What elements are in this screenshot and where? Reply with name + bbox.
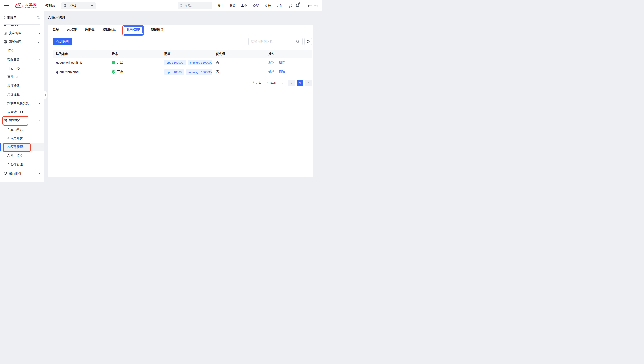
chevron-down-icon <box>38 32 41 34</box>
sidebar-item-log-center[interactable]: 日志中心 <box>0 64 44 72</box>
status-text: 开启 <box>117 70 123 74</box>
sidebar-item-label: 指标告警 <box>8 58 20 62</box>
nav-item-billing[interactable]: 费用 <box>218 4 224 8</box>
cpu-quota-chip: cpu : 10000 <box>164 69 184 75</box>
priority-cell: 高 <box>212 70 265 74</box>
global-search-input[interactable]: 搜索... <box>178 2 212 9</box>
sidebar-item-label: 控制面规格变更 <box>8 101 29 105</box>
sidebar-item-ai-app-monitoring[interactable]: AI应用监控 <box>0 152 44 160</box>
tab-overview[interactable]: 总览 <box>53 28 59 32</box>
queue-search-button[interactable] <box>293 38 303 45</box>
col-queue-name: 队列名称 <box>53 52 108 56</box>
sidebar-item-cluster-inspection[interactable]: 集群巡检 <box>0 90 44 99</box>
security-icon <box>4 32 7 35</box>
sidebar-item-hybrid-deploy[interactable]: 混合部署 <box>0 169 44 178</box>
delete-link[interactable]: 删除 <box>279 60 285 64</box>
table-row: queue-without-limit 开启 cpu : 100000 memo… <box>53 58 312 68</box>
queue-search-input[interactable] <box>248 38 293 45</box>
sidebar-item-event-center[interactable]: 事件中心 <box>0 72 44 82</box>
brand-subtitle: State Cloud <box>25 7 37 9</box>
next-page-button[interactable] <box>305 80 312 86</box>
topbar: 天翼云 State Cloud 控制台 华东1 搜索... 费用 资源 工单 <box>0 0 322 12</box>
topbar-nav: 费用 资源 工单 备案 支持 合作 <box>218 4 283 8</box>
create-queue-button[interactable]: 创建队列 <box>53 38 72 45</box>
sidebar-item-monitoring[interactable]: 监控 <box>0 46 44 55</box>
sidebar-search-icon[interactable] <box>37 16 40 19</box>
console-label[interactable]: 控制台 <box>45 4 55 8</box>
sidebar-item-label: AI应用管理 <box>8 145 23 149</box>
tab-ai-framework[interactable]: AI框架 <box>67 28 77 32</box>
sidebar-item-ai-suite-mgmt[interactable]: AI套件管理 <box>0 160 44 169</box>
check-icon <box>112 70 115 74</box>
quota-cell: cpu : 10000 memory : 10000Gi <box>161 69 212 75</box>
sidebar-item-label: 监控 <box>8 49 14 53</box>
sidebar-item-control-plane-spec[interactable]: 控制面规格变更 <box>0 99 44 108</box>
search-icon <box>180 4 183 7</box>
nav-item-resources[interactable]: 资源 <box>229 4 236 8</box>
tab-model-artifacts[interactable]: 模型制品 <box>103 28 116 32</box>
sidebar-item-security[interactable]: 安全管理 <box>0 29 44 38</box>
refresh-button[interactable] <box>304 38 312 45</box>
chevron-down-icon <box>91 5 93 6</box>
sidebar-back-button[interactable]: 主菜单 <box>4 16 17 20</box>
search-icon <box>296 40 299 43</box>
sidebar-item-ai-app-dev[interactable]: AI应用开发 <box>0 134 44 142</box>
nav-item-tickets[interactable]: 工单 <box>241 4 247 8</box>
tab-queue-mgmt[interactable]: 队列管理 <box>124 26 143 34</box>
sidebar: 主菜单 安全管理 运维管理 监控 指标告警 日志中心 <box>0 12 44 182</box>
sidebar-item-label: AI应用开发 <box>8 136 23 140</box>
nav-item-filing[interactable]: 备案 <box>253 4 259 8</box>
priority-cell: 高 <box>212 60 265 64</box>
status-badge: 开启 <box>112 70 123 74</box>
ops-icon <box>4 40 7 44</box>
nav-item-cooperation[interactable]: 合作 <box>277 4 283 8</box>
sidebar-item-label: 运维管理 <box>9 40 21 44</box>
edit-link[interactable]: 编辑 <box>268 70 275 74</box>
sidebar-item-label: AI套件管理 <box>8 162 23 166</box>
tab-smart-gateway[interactable]: 智能网关 <box>151 28 164 32</box>
sidebar-item-label: AI应用监控 <box>8 154 23 158</box>
prev-page-button[interactable] <box>288 80 295 86</box>
pagination: 共 2 条 10条/页 1 <box>53 80 312 86</box>
sidebar-item-ai-app-list[interactable]: AI应用列表 <box>0 125 44 134</box>
chevron-down-icon <box>38 172 41 174</box>
edit-link[interactable]: 编辑 <box>268 60 275 64</box>
quota-cell: cpu : 100000 memory : 100000G <box>161 60 212 66</box>
sidebar-item-label: 云审计 <box>8 110 17 114</box>
bell-icon[interactable] <box>295 3 300 8</box>
tab-dataset[interactable]: 数据集 <box>85 28 95 32</box>
username[interactable]: z*******n <box>308 4 318 7</box>
topbar-divider <box>304 3 304 8</box>
sidebar-item-ai-app-mgmt[interactable]: AI应用管理 <box>0 142 44 152</box>
sidebar-item-fault-diagnosis[interactable]: 故障诊断 <box>0 82 44 90</box>
memory-quota-chip: memory : 100000G <box>187 60 212 66</box>
notification-badge <box>298 2 300 4</box>
chevron-down-icon <box>38 59 41 60</box>
table-header: 队列名称 状态 配额 优先级 操作 <box>53 50 312 58</box>
refresh-icon <box>306 40 310 43</box>
hamburger-menu-icon[interactable] <box>5 4 9 8</box>
sidebar-item-label: AI应用列表 <box>8 128 23 132</box>
brand-logo[interactable]: 天翼云 State Cloud <box>15 2 37 9</box>
sidebar-collapse-handle[interactable] <box>44 90 47 99</box>
col-priority: 优先级 <box>212 52 265 56</box>
sidebar-item-ops[interactable]: 运维管理 <box>0 38 44 46</box>
page-size-value: 10条/页 <box>267 81 277 85</box>
ai-suite-icon <box>4 119 7 122</box>
region-selector[interactable]: 华东1 <box>61 2 96 9</box>
page-title: AI应用管理 <box>44 12 322 20</box>
sidebar-item-label: 故障诊断 <box>8 84 20 88</box>
nav-item-support[interactable]: 支持 <box>265 4 271 8</box>
global-search-placeholder: 搜索... <box>184 4 192 8</box>
page-size-select[interactable]: 10条/页 <box>265 80 286 86</box>
page-number-button[interactable]: 1 <box>297 80 303 86</box>
check-icon <box>112 61 115 64</box>
help-icon[interactable] <box>288 4 292 8</box>
sidebar-item-ai-suite[interactable]: 智算套件 <box>0 116 44 125</box>
status-text: 开启 <box>117 60 123 64</box>
sidebar-item-cloud-audit[interactable]: 云审计 <box>0 108 44 116</box>
queue-search-group <box>248 38 312 45</box>
delete-link[interactable]: 删除 <box>279 70 285 74</box>
sidebar-item-metric-alerts[interactable]: 指标告警 <box>0 55 44 64</box>
location-pin-icon <box>64 4 67 8</box>
